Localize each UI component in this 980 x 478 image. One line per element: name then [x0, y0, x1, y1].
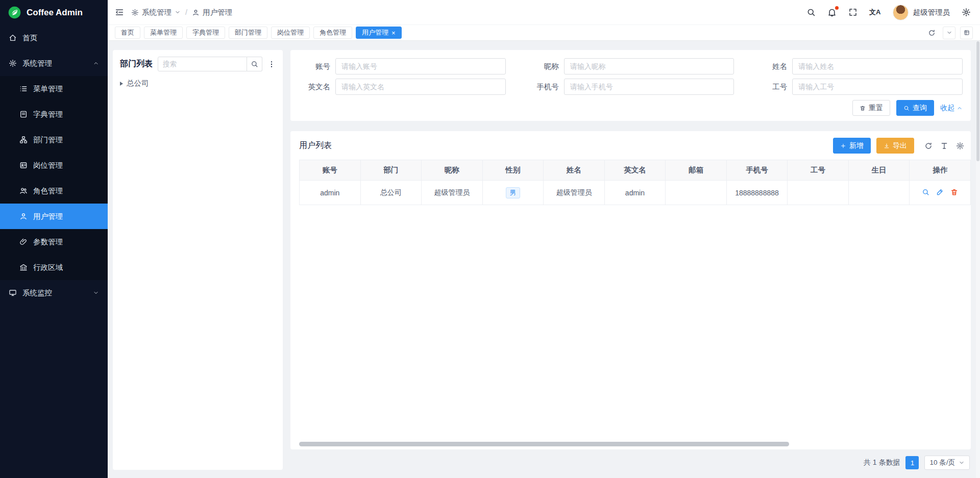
- table-header-row: 账号 部门 昵称 性别 姓名 英文名 邮箱 手机号 工号 生日: [300, 160, 971, 181]
- collapse-form-button[interactable]: 收起: [940, 104, 963, 113]
- delete-icon[interactable]: [950, 188, 958, 196]
- phone-input[interactable]: [564, 79, 734, 95]
- page-number-button[interactable]: 1: [905, 456, 919, 469]
- sidebar-item-system-management[interactable]: 系统管理: [0, 51, 108, 76]
- column-header-actions: 操作: [910, 160, 971, 181]
- app-root: Coffee Admin 首页 系统管理 菜单管理 字典管理: [0, 0, 980, 478]
- sidebar-item-label: 字典管理: [33, 110, 63, 119]
- caret-right-icon[interactable]: [120, 82, 123, 86]
- gear-icon: [962, 8, 971, 17]
- tab-user-management[interactable]: 用户管理 ×: [356, 27, 402, 39]
- department-search-input[interactable]: [158, 57, 247, 71]
- breadcrumb-label: 用户管理: [203, 8, 232, 17]
- horizontal-scrollbar[interactable]: [299, 442, 789, 446]
- settings-button[interactable]: [962, 8, 971, 17]
- job-number-input[interactable]: [792, 79, 963, 95]
- list-icon: [19, 85, 28, 93]
- sidebar-item-label: 岗位管理: [33, 161, 63, 170]
- column-settings-button[interactable]: [956, 142, 964, 150]
- sidebar-item-admin-region[interactable]: 行政区域: [0, 255, 108, 280]
- tab-home[interactable]: 首页: [115, 27, 140, 39]
- name-input[interactable]: [792, 58, 963, 74]
- cell-account: admin: [300, 181, 361, 205]
- column-header-account: 账号: [300, 160, 361, 181]
- column-header-gender: 性别: [482, 160, 544, 181]
- sidebar: Coffee Admin 首页 系统管理 菜单管理 字典管理: [0, 0, 108, 478]
- sidebar-item-dictionary-management[interactable]: 字典管理: [0, 102, 108, 127]
- tab-options-button[interactable]: [943, 27, 955, 39]
- query-button-label: 查询: [913, 104, 927, 113]
- edit-icon[interactable]: [936, 188, 944, 196]
- content-fullscreen-button[interactable]: [960, 27, 973, 39]
- sidebar-item-user-management[interactable]: 用户管理: [0, 204, 108, 229]
- tab-department-management[interactable]: 部门管理: [229, 27, 267, 39]
- reset-button[interactable]: 重置: [852, 100, 890, 116]
- pagination: 共 1 条数据 1 10 条/页: [290, 449, 971, 470]
- column-header-name: 姓名: [544, 160, 605, 181]
- breadcrumb: 系统管理 / 用户管理: [131, 8, 232, 17]
- column-header-birthday: 生日: [848, 160, 910, 181]
- window-scrollbar-thumb[interactable]: [976, 41, 979, 161]
- tab-dictionary-management[interactable]: 字典管理: [186, 27, 225, 39]
- search-icon: [806, 8, 816, 17]
- search-icon: [251, 60, 258, 68]
- notifications-button[interactable]: [827, 8, 837, 17]
- column-header-phone: 手机号: [726, 160, 788, 181]
- gear-icon: [9, 59, 17, 67]
- export-button[interactable]: 导出: [876, 138, 914, 154]
- cell-job-number: [788, 181, 849, 205]
- view-icon[interactable]: [922, 188, 929, 196]
- add-user-button[interactable]: 新增: [833, 138, 871, 154]
- sidebar-item-home[interactable]: 首页: [0, 25, 108, 51]
- department-search: [158, 57, 262, 71]
- query-button[interactable]: 查询: [896, 100, 934, 116]
- sidebar-item-post-management[interactable]: 岗位管理: [0, 153, 108, 178]
- sidebar-submenu-system-management: 菜单管理 字典管理 部门管理 岗位管理 角色管理: [0, 76, 108, 280]
- tab-close-icon[interactable]: ×: [391, 30, 396, 36]
- content-area: 部门列表 总公司: [108, 41, 980, 478]
- breadcrumb-item-user-management[interactable]: 用户管理: [192, 8, 232, 17]
- user-menu[interactable]: 超级管理员: [893, 5, 950, 20]
- field-label: 账号: [299, 62, 330, 71]
- global-search-button[interactable]: [806, 8, 816, 17]
- refresh-table-button[interactable]: [924, 142, 933, 150]
- app-logo[interactable]: Coffee Admin: [0, 0, 108, 25]
- breadcrumb-item-system-management[interactable]: 系统管理: [131, 8, 181, 17]
- refresh-tab-button[interactable]: [925, 27, 938, 39]
- tab-label: 角色管理: [320, 28, 346, 37]
- language-switch-button[interactable]: 文A: [869, 8, 880, 17]
- collapse-sidebar-button[interactable]: [115, 8, 124, 17]
- sidebar-item-parameter-management[interactable]: 参数管理: [0, 229, 108, 255]
- sidebar-item-menu-management[interactable]: 菜单管理: [0, 76, 108, 102]
- tab-role-management[interactable]: 角色管理: [313, 27, 352, 39]
- nickname-input[interactable]: [564, 58, 734, 74]
- topbar-actions: 文A 超级管理员: [806, 5, 971, 20]
- row-density-button[interactable]: [940, 142, 948, 150]
- page-size-select[interactable]: 10 条/页: [924, 456, 970, 470]
- tree-item-head-office[interactable]: 总公司: [120, 77, 276, 90]
- tab-bar: 首页 菜单管理 字典管理 部门管理 岗位管理 角色管理 用户管理 ×: [108, 25, 980, 41]
- breadcrumb-label: 系统管理: [142, 8, 172, 17]
- field-label: 工号: [755, 82, 787, 92]
- department-search-button[interactable]: [247, 57, 262, 71]
- sidebar-item-role-management[interactable]: 角色管理: [0, 178, 108, 204]
- search-form: 账号 昵称 姓名 英文名: [299, 58, 963, 95]
- cell-actions: [910, 181, 971, 205]
- notification-dot: [835, 6, 839, 10]
- account-input[interactable]: [335, 58, 506, 74]
- english-name-input[interactable]: [335, 79, 506, 95]
- export-button-label: 导出: [893, 141, 907, 150]
- sidebar-item-system-monitor[interactable]: 系统监控: [0, 280, 108, 306]
- total-count-label: 共 1 条数据: [864, 458, 900, 467]
- sidebar-item-department-management[interactable]: 部门管理: [0, 127, 108, 153]
- cell-name: 超级管理员: [544, 181, 605, 205]
- department-more-button[interactable]: [267, 60, 276, 68]
- app-title: Coffee Admin: [27, 8, 83, 18]
- cell-email: [666, 181, 727, 205]
- fullscreen-button[interactable]: [848, 8, 857, 17]
- tab-menu-management[interactable]: 菜单管理: [144, 27, 183, 39]
- sidebar-menu: 首页 系统管理 菜单管理 字典管理 部门管理: [0, 25, 108, 478]
- field-label: 姓名: [755, 62, 787, 71]
- fullscreen-icon: [848, 8, 857, 17]
- tab-post-management[interactable]: 岗位管理: [271, 27, 310, 39]
